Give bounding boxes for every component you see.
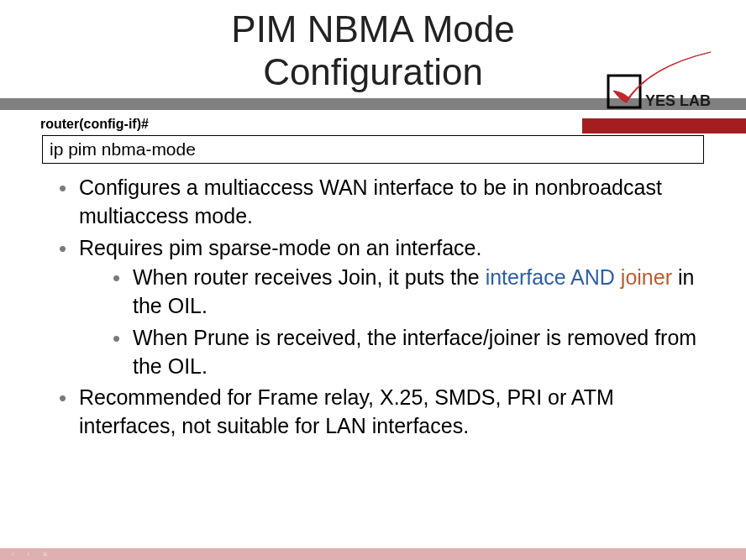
list-item: When router receives Join, it puts the i… bbox=[113, 264, 700, 321]
title-line-1: PIM NBMA Mode bbox=[231, 8, 514, 50]
list-item: Recommended for Frame relay, X.25, SMDS,… bbox=[59, 384, 700, 441]
prev-icon[interactable]: ‹ bbox=[12, 550, 14, 558]
command-box: ip pim nbma-mode bbox=[42, 135, 704, 164]
bullet-text: When Prune is received, the interface/jo… bbox=[133, 326, 696, 378]
bullet-text: Recommended for Frame relay, X.25, SMDS,… bbox=[79, 385, 614, 437]
player-controls[interactable]: ‹ › ≡ bbox=[0, 548, 59, 560]
list-item: Configures a multiaccess WAN interface t… bbox=[59, 174, 700, 231]
menu-icon[interactable]: ≡ bbox=[43, 550, 47, 558]
highlight-blue: interface AND bbox=[486, 265, 621, 289]
bullet-text: Requires pim sparse-mode on an interface… bbox=[79, 236, 481, 259]
title-line-2: Configuration bbox=[263, 51, 483, 92]
bullet-text-pre: When router receives Join, it puts the bbox=[133, 265, 486, 289]
divider-red bbox=[582, 118, 746, 133]
next-icon[interactable]: › bbox=[27, 550, 29, 558]
list-item: Requires pim sparse-mode on an interface… bbox=[59, 234, 700, 381]
highlight-orange: joiner bbox=[621, 265, 672, 289]
svg-rect-0 bbox=[608, 76, 640, 107]
logo-text: YES LAB bbox=[645, 92, 711, 109]
bullet-text: Configures a multiaccess WAN interface t… bbox=[79, 175, 662, 228]
bullet-list: Configures a multiaccess WAN interface t… bbox=[0, 174, 746, 441]
yeslab-logo: YES LAB bbox=[602, 50, 736, 113]
list-item: When Prune is received, the interface/jo… bbox=[113, 324, 700, 381]
checkmark-icon: YES LAB bbox=[602, 50, 736, 113]
footer-bar bbox=[0, 548, 746, 560]
command-text: ip pim nbma-mode bbox=[50, 139, 196, 159]
slide: PIM NBMA Mode Configuration YES LAB rout… bbox=[0, 0, 746, 560]
